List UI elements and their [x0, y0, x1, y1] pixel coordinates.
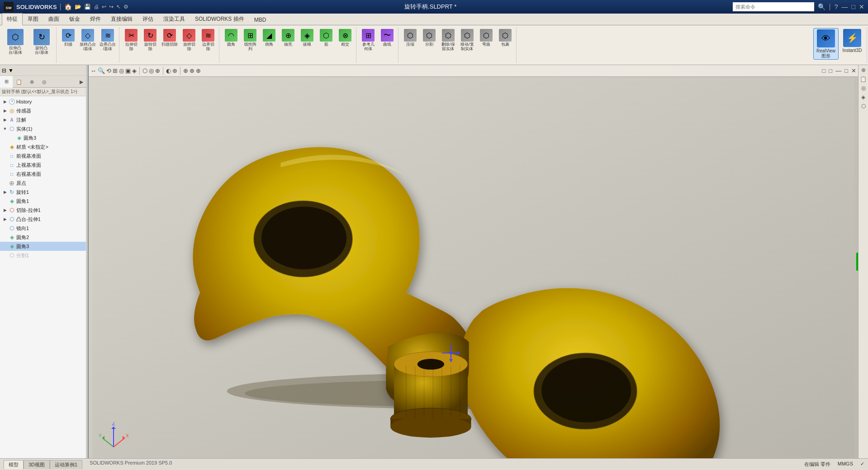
vp-icon-r5[interactable]: ✕ — [851, 67, 856, 74]
new-icon[interactable]: 🏠 — [64, 3, 72, 10]
btn-split[interactable]: ⬡ 分割 — [420, 28, 438, 48]
btn-intersect[interactable]: ⊗ 相交 — [336, 28, 354, 48]
left-tab-display[interactable]: ◎ — [38, 76, 51, 88]
minimize-btn[interactable]: — — [842, 3, 848, 10]
select-icon[interactable]: ↖ — [116, 4, 121, 10]
search-input[interactable] — [733, 2, 814, 11]
expand-cut-extrude1[interactable]: ▶ — [2, 207, 8, 213]
expand-sensors[interactable]: ▶ — [2, 108, 8, 114]
filter-icon[interactable]: ⊟ — [2, 67, 6, 74]
btn-realview[interactable]: 👁 RealView图形 — [813, 28, 839, 60]
tree-item-cut-extrude1[interactable]: ▶ ⬡ 切除-拉伸1 — [0, 206, 88, 215]
right-icon-3[interactable]: ◎ — [860, 84, 867, 92]
btn-instant3d[interactable]: ⚡ Instant3D — [840, 28, 865, 54]
help-btn[interactable]: ? — [835, 3, 838, 10]
vp-icon-3[interactable]: ⟲ — [106, 67, 111, 74]
right-icon-4[interactable]: ◈ — [860, 93, 866, 101]
btn-extrude-cut[interactable]: ✂ 拉伸切除 — [122, 28, 140, 52]
open-icon[interactable]: 📂 — [75, 4, 81, 10]
tree-item-top-plane[interactable]: □ 上视基准面 — [0, 160, 88, 169]
btn-ref-geo[interactable]: ⊞ 参考几何体 — [359, 28, 377, 52]
options-icon[interactable]: ⚙ — [123, 4, 128, 10]
expand-boss-extrude1[interactable]: ▶ — [2, 216, 8, 222]
left-tab-config[interactable]: ⊕ — [25, 76, 38, 88]
close-btn[interactable]: ✕ — [859, 3, 864, 10]
panel-collapse-handle[interactable] — [856, 253, 858, 271]
vp-icon-8[interactable]: ⬡ — [142, 67, 147, 74]
vp-icon-6[interactable]: ▣ — [125, 67, 131, 74]
btn-chamfer[interactable]: ◢ 倒角 — [260, 28, 278, 48]
tree-item-annotations[interactable]: ▶ A 注解 — [0, 115, 88, 124]
vp-icon-12[interactable]: ⊕ — [172, 67, 177, 74]
btn-sweep[interactable]: ⟳ 扫描 — [59, 28, 77, 48]
vp-icon-13[interactable]: ⊕ — [183, 67, 188, 74]
vp-icon-5[interactable]: ◎ — [119, 67, 124, 74]
btn-sweep-cut[interactable]: ⟳ 扫描切除 — [160, 28, 179, 48]
panel-resize-handle[interactable] — [86, 65, 88, 458]
vp-icon-11[interactable]: ◐ — [166, 67, 171, 74]
tab-sw-plugins[interactable]: SOLIDWORKS 插件 — [190, 13, 249, 25]
left-tab-feature-tree[interactable]: ⊞ — [0, 76, 13, 88]
vp-icon-14[interactable]: ⊕ — [190, 67, 194, 74]
tree-item-history[interactable]: ▶ 🕐 History — [0, 97, 88, 106]
vp-icon-r4[interactable]: □ — [844, 67, 848, 74]
redo-icon[interactable]: ↪ — [109, 4, 114, 10]
tab-render[interactable]: 渲染工具 — [158, 13, 190, 25]
btn-revolve-boss[interactable]: ↻ 旋转凸台/基体 — [29, 28, 54, 56]
btn-wrap[interactable]: ⬡ 包裹 — [496, 28, 514, 48]
btn-fillet[interactable]: ◠ 圆角 — [222, 28, 240, 48]
tab-mbd[interactable]: MBD — [249, 14, 271, 25]
status-tab-model[interactable]: 模型 — [4, 460, 24, 469]
tree-item-sensors[interactable]: ▶ ◎ 传感器 — [0, 106, 88, 115]
tree-item-boss-extrude1[interactable]: ▶ ⬡ 凸台-拉伸1 — [0, 215, 88, 224]
expand-solid[interactable]: ▼ — [2, 126, 8, 132]
tree-item-fillet3-sub[interactable]: ◈ 圆角3 — [0, 133, 88, 142]
tree-item-right-plane[interactable]: □ 右视基准面 — [0, 169, 88, 179]
btn-loft[interactable]: ◇ 放样凸台/基体 — [78, 28, 97, 52]
status-tab-motion[interactable]: 运动算例1 — [50, 460, 82, 469]
tree-item-fillet1[interactable]: ◈ 圆角1 — [0, 197, 88, 206]
vp-icon-r2[interactable]: □ — [829, 67, 832, 74]
save-icon[interactable]: 💾 — [84, 4, 91, 10]
right-icon-5[interactable]: ⬡ — [860, 102, 867, 110]
btn-flex[interactable]: ⬡ 弯曲 — [477, 28, 495, 48]
vp-icon-10[interactable]: ⊕ — [155, 67, 160, 74]
btn-boundary-cut[interactable]: ≋ 边界切除 — [199, 28, 217, 52]
right-icon-2[interactable]: 📋 — [859, 75, 868, 83]
btn-del-keep[interactable]: ⬡ 删除/保留实体 — [439, 28, 457, 52]
vp-icon-r1[interactable]: □ — [822, 67, 825, 74]
tree-item-front-plane[interactable]: □ 前视基准面 — [0, 151, 88, 160]
tree-item-mirror1[interactable]: ⬡ 镜向1 — [0, 224, 88, 233]
expand-annotations[interactable]: ▶ — [2, 117, 8, 123]
tree-item-material[interactable]: ◈ 材质 <未指定> — [0, 142, 88, 151]
vp-icon-1[interactable]: ↔ — [90, 67, 96, 74]
btn-draft[interactable]: ◈ 拔模 — [298, 28, 316, 48]
vp-icon-7[interactable]: ◈ — [132, 67, 137, 74]
tree-item-fillet2[interactable]: ◈ 圆角2 — [0, 233, 88, 242]
vp-icon-2[interactable]: 🔍 — [98, 67, 105, 74]
btn-extrude-boss[interactable]: ⬡ 拉伸凸台/基体 — [3, 28, 28, 56]
tree-item-revolve1[interactable]: ▶ ↻ 旋转1 — [0, 188, 88, 197]
print-icon[interactable]: 🖨 — [94, 4, 99, 10]
left-tab-properties[interactable]: 📋 — [13, 76, 25, 88]
maximize-btn[interactable]: □ — [852, 3, 855, 10]
tab-weldments[interactable]: 焊件 — [85, 13, 106, 25]
tab-evaluate[interactable]: 评估 — [138, 13, 158, 25]
tree-item-solid[interactable]: ▼ ⬡ 实体(1) — [0, 124, 88, 133]
btn-curves[interactable]: 〜 曲线 — [378, 28, 396, 48]
search-tree-icon[interactable]: ▼ — [8, 67, 14, 74]
status-tab-3dview[interactable]: 3D视图 — [24, 460, 50, 469]
btn-pattern[interactable]: ⊞ 线性阵列 — [241, 28, 259, 52]
btn-revolve-cut[interactable]: ↻ 旋转切除 — [141, 28, 159, 52]
undo-icon[interactable]: ↩ — [102, 4, 106, 10]
tab-sketch[interactable]: 草图 — [23, 13, 43, 25]
vp-icon-9[interactable]: ◎ — [149, 67, 154, 74]
tab-features[interactable]: 特征 — [2, 13, 23, 25]
vp-icon-15[interactable]: ⊕ — [196, 67, 201, 74]
tab-surface[interactable]: 曲面 — [43, 13, 64, 25]
expand-history[interactable]: ▶ — [2, 99, 8, 105]
viewport[interactable]: ↔ 🔍 ⟲ ⊞ ◎ ▣ ◈ ⬡ ◎ ⊕ ◐ ⊕ ⊕ ⊕ ⊕ □ □ — □ ✕ — [89, 65, 858, 458]
vp-icon-4[interactable]: ⊞ — [113, 67, 118, 74]
right-icon-1[interactable]: ⊕ — [860, 66, 867, 74]
expand-revolve1[interactable]: ▶ — [2, 189, 8, 195]
